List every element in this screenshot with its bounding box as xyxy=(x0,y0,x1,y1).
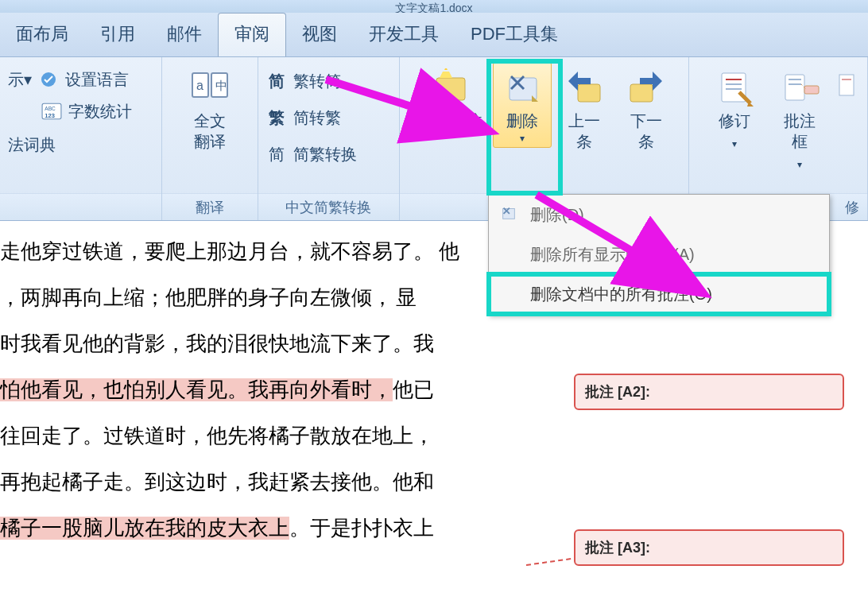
tab-review[interactable]: 审阅 xyxy=(218,13,286,56)
doc-line: 橘子一股脑儿放在我的皮大衣上。于是扑扑衣上 xyxy=(0,505,493,552)
set-language-label: 设置语言 xyxy=(65,69,129,91)
svg-text:123: 123 xyxy=(45,112,55,119)
doc-line: 再抱起橘子走。到这边时，我赶紧去接他。他和 xyxy=(0,459,493,505)
svg-rect-22 xyxy=(785,75,804,100)
svg-rect-27 xyxy=(839,75,854,95)
track-changes-icon xyxy=(712,66,757,109)
tab-reference[interactable]: 引用 xyxy=(84,13,151,56)
prev-arrow-icon xyxy=(562,66,606,109)
app-root: 文字文稿1.docx 面布局 引用 邮件 审阅 视图 开发工具 PDF工具集 示… xyxy=(0,0,868,612)
window-title: 文字文稿1.docx xyxy=(395,2,472,13)
tab-view[interactable]: 视图 xyxy=(286,13,353,56)
svg-text:ABC: ABC xyxy=(45,106,56,111)
balloon-icon xyxy=(777,66,822,109)
more-tracking-button[interactable] xyxy=(835,62,859,113)
comment-code-1: [A2]: xyxy=(618,384,650,401)
balloon-label: 批注框▾ xyxy=(777,110,822,175)
annotation-arrow-2 xyxy=(525,183,731,318)
next-arrow-icon xyxy=(624,66,668,109)
markup-label-fragment: 示▾ xyxy=(8,69,32,91)
doc-line: ，两脚再向上缩；他肥胖的身子向左微倾，显 xyxy=(0,275,493,321)
annotation-arrow-1 xyxy=(318,65,509,161)
blank-icon xyxy=(500,244,521,265)
svg-rect-16 xyxy=(630,84,653,102)
comment-balloon-1[interactable]: 批注 [A2]: xyxy=(574,374,844,410)
word-count-icon: ABC123 xyxy=(41,101,62,122)
balloon-button[interactable]: 批注框▾ xyxy=(770,62,829,179)
comment-range-2: 橘子一股脑儿放在我的皮大衣上 xyxy=(0,517,289,540)
tab-page-layout[interactable]: 面布局 xyxy=(0,13,84,56)
title-bar: 文字文稿1.docx xyxy=(0,0,868,13)
translate-group-label: 翻译 xyxy=(162,193,258,220)
track-changes-label: 修订▾ xyxy=(719,110,750,154)
ribbon-tabs: 面布局 引用 邮件 审阅 视图 开发工具 PDF工具集 xyxy=(0,13,868,57)
track-changes-button[interactable]: 修订▾ xyxy=(705,62,764,158)
scc-group-label: 中文简繁转换 xyxy=(258,193,399,220)
comment-balloon-2[interactable]: 批注 [A3]: xyxy=(574,529,844,566)
svg-rect-15 xyxy=(578,84,600,102)
comment-range-1: 怕他看见，也怕别人看见。我再向外看时， xyxy=(0,378,393,401)
next-comment-button[interactable]: 下一 条 xyxy=(617,62,676,156)
delete-item-icon xyxy=(500,204,521,225)
convert-char-icon: 简 xyxy=(266,144,287,165)
prev-comment-button[interactable]: 上一 条 xyxy=(555,62,614,156)
trad-char-icon: 繁 xyxy=(266,107,287,128)
prev-comment-label: 上一 条 xyxy=(568,110,600,152)
tab-developer[interactable]: 开发工具 xyxy=(353,13,455,56)
svg-text:a: a xyxy=(196,79,203,92)
doc-line: 往回走了。过铁道时，他先将橘子散放在地上， xyxy=(0,413,493,459)
next-comment-label: 下一 条 xyxy=(630,110,662,152)
svg-text:中: 中 xyxy=(215,79,227,92)
proofing-group-label xyxy=(0,193,161,220)
thesaurus-button[interactable]: 法词典 xyxy=(8,130,56,159)
translate-icon: a 中 xyxy=(188,66,232,109)
markup-display-button[interactable]: 示▾ 设置语言 xyxy=(8,65,129,94)
translate-button[interactable]: a 中 全文 翻译 xyxy=(180,62,239,156)
word-count-label: 字数统计 xyxy=(68,101,132,122)
doc-line: 走他穿过铁道，要爬上那边月台，就不容易了。他 xyxy=(0,229,493,275)
tab-mail[interactable]: 邮件 xyxy=(151,13,218,56)
simp-char-icon: 简 xyxy=(266,71,287,91)
document-page[interactable]: 走他穿过铁道，要爬上那边月台，就不容易了。他 ，两脚再向上缩；他肥胖的身子向左微… xyxy=(0,229,493,552)
thesaurus-label: 法词典 xyxy=(8,134,56,156)
doc-line: 怕他看见，也怕别人看见。我再向外看时，他已 xyxy=(0,367,493,413)
blank-icon-2 xyxy=(500,284,521,304)
svg-line-35 xyxy=(537,195,692,286)
doc-line: 时我看见他的背影，我的泪很快地流下来了。我 xyxy=(0,321,493,367)
more-icon xyxy=(838,66,857,109)
translate-label: 全文 翻译 xyxy=(194,110,226,152)
comment-label: 批注 xyxy=(585,382,614,401)
globe-check-icon xyxy=(38,69,59,90)
comment-label-2: 批注 xyxy=(585,538,614,557)
word-count-button[interactable]: ABC123 字数统计 xyxy=(8,97,132,126)
tab-pdf-tools[interactable]: PDF工具集 xyxy=(455,13,574,56)
comment-code-2: [A3]: xyxy=(618,540,650,556)
svg-line-33 xyxy=(326,79,477,127)
svg-rect-25 xyxy=(804,86,819,94)
